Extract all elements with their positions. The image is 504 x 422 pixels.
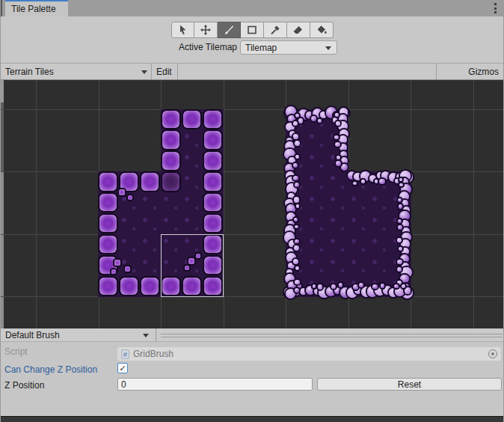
bubble-tile: [398, 198, 402, 202]
gizmos-button[interactable]: Gizmos: [468, 64, 499, 79]
bubble-tile: [375, 180, 378, 183]
bubble-tile: [336, 161, 341, 166]
palette-tile: [141, 173, 159, 190]
palette-canvas[interactable]: [1, 80, 504, 328]
palette-tile: [204, 173, 221, 190]
bubble-tile: [398, 219, 402, 223]
bubble-tile: [294, 245, 299, 251]
script-label: Script: [4, 346, 28, 357]
bubble-tile: [397, 238, 401, 242]
can-change-z-row: Can Change Z Position ✓: [1, 361, 504, 376]
bubble-tile: [394, 284, 398, 288]
z-position-row: Z Position Reset: [1, 378, 504, 393]
bubble-tile: [295, 280, 299, 284]
object-picker-icon[interactable]: [488, 349, 497, 358]
bubble-tile: [359, 283, 363, 287]
script-object-field[interactable]: # GridBrush: [117, 347, 501, 361]
brush-row: Default Brush: [1, 328, 504, 342]
chevron-down-icon: [143, 334, 149, 337]
brush-name: Default Brush: [5, 330, 60, 340]
select-tool-icon: [177, 24, 189, 36]
bubble-tile: [361, 180, 365, 183]
palette-name: Terrain Tiles: [5, 67, 54, 77]
palette-tile: [162, 111, 179, 128]
paint-bucket-icon: [316, 24, 328, 36]
bubble-tile: [336, 121, 340, 126]
move-tool-icon: [200, 24, 212, 36]
tab-title: Tile Palette: [11, 4, 56, 14]
pebble-decoration: [111, 269, 116, 274]
reset-button[interactable]: Reset: [317, 378, 502, 391]
grid-line: [1, 234, 504, 235]
palette-tile: [162, 131, 179, 148]
grid-line: [1, 109, 504, 110]
pebble-decoration: [128, 195, 132, 200]
bubble-tile-shape: [286, 109, 411, 297]
bubble-tile: [296, 204, 300, 208]
bubble-tile: [379, 179, 384, 184]
select-tool-button[interactable]: [171, 22, 194, 38]
bubble-tile: [295, 114, 299, 117]
bubble-tile: [295, 288, 299, 293]
palette-tile: [99, 236, 117, 253]
brush-dropdown[interactable]: Default Brush: [5, 328, 60, 341]
palette-tile: [204, 131, 221, 148]
eraser-icon: [292, 24, 304, 36]
can-change-z-label: Can Change Z Position: [4, 364, 97, 375]
left-scrollbar-thumb[interactable]: [1, 172, 4, 328]
left-scrollbar[interactable]: [1, 80, 4, 103]
active-tilemap-dropdown[interactable]: Tilemap: [240, 40, 337, 55]
bubble-tile: [372, 284, 377, 289]
flood-fill-tool-button[interactable]: [310, 22, 334, 38]
palette-tile: [204, 215, 221, 232]
box-fill-icon: [246, 24, 258, 36]
tab-bar: Tile Palette: [1, 0, 504, 16]
bubble-tile: [399, 178, 402, 181]
eyedropper-icon: [269, 24, 281, 36]
selection-box: [161, 234, 224, 297]
tile-picker-tool-button[interactable]: [264, 22, 287, 38]
bubble-tile: [399, 247, 402, 251]
box-fill-tool-button[interactable]: [241, 22, 264, 38]
grid-line: [1, 296, 504, 297]
palette-dropdown[interactable]: Terrain Tiles: [5, 64, 54, 79]
edit-button[interactable]: Edit: [156, 64, 172, 79]
grid-line: [473, 80, 474, 328]
bubble-tile: [400, 275, 408, 283]
csharp-script-icon: #: [121, 349, 129, 359]
bubble-tile: [339, 135, 347, 144]
left-scrollbar-track[interactable]: [1, 103, 4, 172]
bubble-tile: [295, 155, 298, 158]
eraser-tool-button[interactable]: [287, 22, 310, 38]
palette-tile: [141, 278, 159, 295]
bubble-tile: [335, 142, 340, 147]
palette-bar: Terrain Tiles Edit Gizmos: [1, 63, 504, 80]
palette-tile: [120, 173, 138, 190]
pebble-decoration: [119, 189, 125, 195]
palette-tile: [204, 194, 221, 211]
palette-tile: [99, 278, 117, 295]
script-row: Script # GridBrush: [1, 344, 504, 359]
bubble-tile: [381, 284, 384, 287]
palette-tile: [99, 194, 117, 211]
bubble-tile: [336, 156, 339, 159]
bubble-tile: [295, 239, 299, 244]
can-change-z-checkbox[interactable]: ✓: [117, 363, 128, 373]
grid-line: [36, 80, 37, 328]
zoom-slider-line[interactable]: [161, 337, 503, 337]
palette-tile: [204, 152, 221, 169]
bubble-tile: [295, 141, 300, 146]
paint-brush-tool-button[interactable]: [218, 22, 241, 38]
script-value: GridBrush: [133, 349, 173, 359]
palette-tile: [162, 152, 179, 169]
z-position-label: Z Position: [4, 380, 44, 391]
bubble-tile: [298, 118, 304, 123]
chevron-down-icon: [325, 46, 331, 50]
z-position-input[interactable]: [117, 378, 313, 391]
kebab-menu-icon[interactable]: [491, 3, 499, 13]
active-tilemap-label: Active Tilemap: [171, 42, 237, 52]
bubble-tile: [293, 134, 298, 139]
move-tool-button[interactable]: [194, 22, 218, 38]
tab-tile-palette[interactable]: Tile Palette: [5, 0, 68, 16]
zoom-slider[interactable]: [161, 334, 503, 334]
